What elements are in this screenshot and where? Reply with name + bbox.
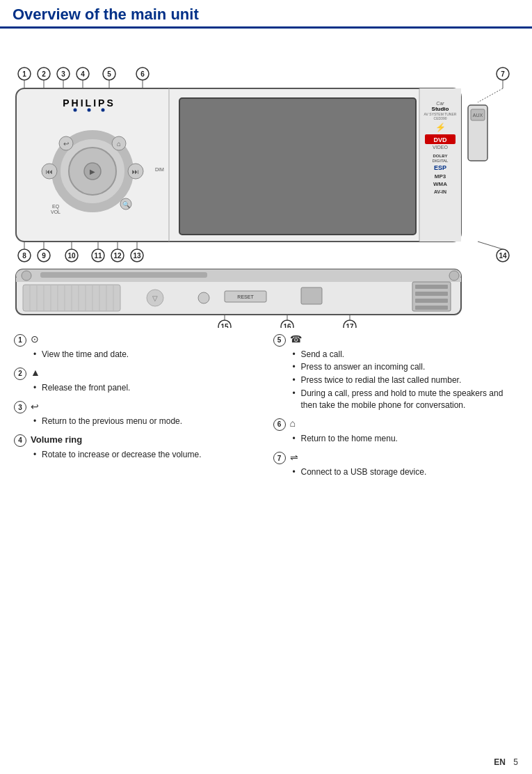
desc-bullets-3: Return to the previous menu or mode. bbox=[33, 416, 259, 427]
svg-text:8: 8 bbox=[22, 252, 26, 260]
svg-text:MP3: MP3 bbox=[434, 173, 446, 180]
svg-text:🔍: 🔍 bbox=[122, 200, 130, 209]
svg-text:DVD: DVD bbox=[433, 136, 447, 143]
desc-bullets-1: View the time and date. bbox=[33, 349, 259, 361]
svg-text:12: 12 bbox=[113, 252, 122, 260]
desc-item-2: 2 ▲ Release the front panel. bbox=[14, 367, 259, 393]
svg-text:7: 7 bbox=[501, 70, 505, 78]
svg-text:14: 14 bbox=[499, 252, 507, 260]
page-lang: EN bbox=[494, 757, 506, 767]
desc-num-3: 3 bbox=[14, 401, 26, 413]
svg-text:Studio: Studio bbox=[431, 106, 449, 112]
desc-title-4: Volume ring bbox=[31, 434, 82, 445]
svg-text:AV-IN: AV-IN bbox=[433, 189, 446, 194]
description-section: 1 ⊙ View the time and date. 2 ▲ Release … bbox=[0, 328, 532, 491]
svg-point-26 bbox=[101, 109, 104, 112]
svg-line-66 bbox=[478, 88, 503, 102]
desc-bullets-4: Rotate to increase or decrease the volum… bbox=[33, 449, 259, 461]
desc-num-4: 4 bbox=[14, 434, 26, 447]
page-header: Overview of the main unit bbox=[0, 0, 532, 29]
svg-text:VIDEO: VIDEO bbox=[433, 145, 448, 150]
svg-text:4: 4 bbox=[81, 70, 85, 78]
svg-text:DOLBY: DOLBY bbox=[433, 154, 447, 158]
svg-text:⏮: ⏮ bbox=[46, 168, 53, 175]
diagram-area: 1 2 3 4 5 6 7 PHILIPS bbox=[0, 35, 532, 328]
svg-rect-46 bbox=[179, 98, 416, 235]
desc-item-5: 5 ☎ Send a call. Press to answer an inco… bbox=[273, 333, 519, 411]
svg-text:▶: ▶ bbox=[90, 168, 95, 175]
svg-text:DIM: DIM bbox=[155, 167, 164, 172]
desc-bullets-7: Connect to a USB storage device. bbox=[293, 466, 519, 478]
svg-text:1: 1 bbox=[22, 70, 26, 78]
svg-text:9: 9 bbox=[42, 252, 46, 260]
desc-num-7: 7 bbox=[273, 452, 286, 464]
desc-num-2: 2 bbox=[14, 368, 26, 380]
desc-bullets-6: Return to the home menu. bbox=[293, 433, 519, 445]
page-number: 5 bbox=[513, 757, 518, 767]
svg-text:PHILIPS: PHILIPS bbox=[63, 97, 115, 109]
svg-text:10: 10 bbox=[67, 252, 76, 260]
svg-text:DIGITAL: DIGITAL bbox=[432, 159, 449, 163]
desc-num-6: 6 bbox=[273, 418, 286, 431]
svg-text:CED390: CED390 bbox=[433, 116, 446, 120]
svg-point-113 bbox=[198, 292, 209, 303]
svg-text:⚡: ⚡ bbox=[435, 122, 445, 132]
svg-text:5: 5 bbox=[107, 70, 111, 78]
svg-rect-118 bbox=[415, 306, 448, 310]
svg-text:2: 2 bbox=[42, 70, 46, 78]
svg-text:17: 17 bbox=[346, 323, 354, 328]
svg-point-25 bbox=[87, 109, 90, 112]
device-diagram: 1 2 3 4 5 6 7 PHILIPS bbox=[9, 35, 524, 328]
svg-text:↩: ↩ bbox=[63, 140, 69, 148]
svg-text:ESP: ESP bbox=[433, 164, 446, 171]
svg-text:▽: ▽ bbox=[152, 294, 158, 302]
desc-num-5: 5 bbox=[273, 334, 286, 347]
svg-rect-90 bbox=[16, 278, 461, 282]
svg-text:⏭: ⏭ bbox=[132, 168, 139, 175]
svg-rect-116 bbox=[415, 292, 448, 296]
desc-item-3: 3 ↩ Return to the previous menu or mode. bbox=[14, 401, 259, 427]
svg-point-24 bbox=[73, 109, 76, 112]
svg-text:13: 13 bbox=[133, 252, 141, 260]
desc-item-1: 1 ⊙ View the time and date. bbox=[14, 333, 259, 360]
desc-item-4: 4 Volume ring Rotate to increase or decr… bbox=[14, 434, 259, 461]
svg-text:EQ: EQ bbox=[52, 204, 60, 210]
svg-line-87 bbox=[478, 242, 503, 249]
page-footer: EN 5 bbox=[494, 757, 518, 767]
desc-num-1: 1 bbox=[14, 334, 26, 347]
svg-text:WMA: WMA bbox=[433, 181, 447, 187]
svg-point-93 bbox=[449, 271, 459, 281]
svg-text:3: 3 bbox=[61, 70, 65, 78]
svg-rect-117 bbox=[415, 299, 448, 303]
svg-text:15: 15 bbox=[220, 323, 229, 328]
svg-rect-115 bbox=[415, 285, 448, 289]
svg-text:6: 6 bbox=[140, 70, 145, 78]
svg-rect-112 bbox=[301, 287, 322, 304]
desc-item-7: 7 ⇌ Connect to a USB storage device. bbox=[273, 452, 519, 478]
desc-bullets-2: Release the front panel. bbox=[33, 382, 259, 394]
desc-item-6: 6 ⌂ Return to the home menu. bbox=[273, 418, 519, 444]
svg-point-91 bbox=[22, 271, 31, 281]
svg-rect-92 bbox=[40, 272, 207, 278]
desc-bullets-5: Send a call. Press to answer an incoming… bbox=[293, 349, 519, 411]
svg-text:Car: Car bbox=[436, 101, 444, 106]
svg-text:AUX: AUX bbox=[472, 113, 483, 118]
svg-text:⌂: ⌂ bbox=[116, 140, 120, 148]
svg-text:VOL: VOL bbox=[51, 210, 61, 214]
svg-text:RESET: RESET bbox=[237, 294, 254, 299]
page-title: Overview of the main unit bbox=[13, 6, 519, 24]
svg-text:16: 16 bbox=[283, 323, 291, 328]
svg-text:11: 11 bbox=[94, 252, 102, 260]
